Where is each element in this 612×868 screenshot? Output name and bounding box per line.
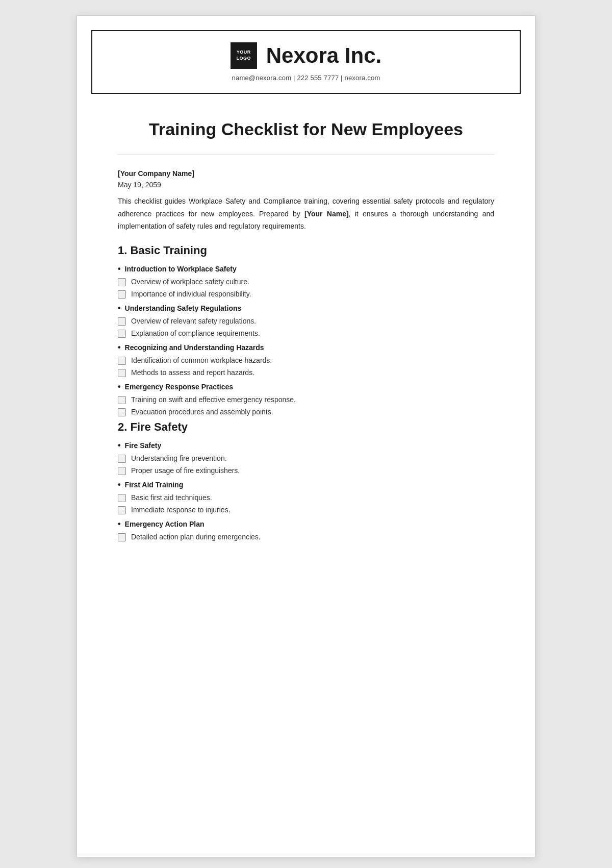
checkbox[interactable] <box>118 369 126 377</box>
checklist-item-label: Detailed action plan during emergencies. <box>131 533 261 541</box>
subsection: Introduction to Workplace SafetyOverview… <box>118 264 494 299</box>
checklist-item: Explanation of compliance requirements. <box>118 329 494 338</box>
subsection: Understanding Safety RegulationsOverview… <box>118 304 494 338</box>
checklist-item: Overview of relevant safety regulations. <box>118 317 494 326</box>
checklist-item: Proper usage of fire extinguishers. <box>118 466 494 475</box>
checkbox[interactable] <box>118 278 126 286</box>
subsection: Fire SafetyUnderstanding fire prevention… <box>118 441 494 475</box>
checklist-item: Training on swift and effective emergenc… <box>118 395 494 404</box>
subsection-title: Understanding Safety Regulations <box>118 304 494 313</box>
checklist-item-label: Proper usage of fire extinguishers. <box>131 466 240 475</box>
section-2: 2. Fire SafetyFire SafetyUnderstanding f… <box>118 420 494 541</box>
checkbox[interactable] <box>118 533 126 541</box>
intro-bold: [Your Name] <box>304 210 349 218</box>
checkbox[interactable] <box>118 408 126 416</box>
checklist-item-label: Overview of relevant safety regulations. <box>131 317 256 325</box>
document-title: Training Checklist for New Employees <box>118 119 494 139</box>
section-1-heading: 1. Basic Training <box>118 244 494 257</box>
header-top: YOURLOGO Nexora Inc. <box>231 42 381 69</box>
checkbox[interactable] <box>118 494 126 502</box>
checklist-item: Understanding fire prevention. <box>118 454 494 463</box>
checklist-item: Overview of workplace safety culture. <box>118 278 494 286</box>
checkbox[interactable] <box>118 357 126 365</box>
subsection-title: Introduction to Workplace Safety <box>118 264 494 274</box>
checkbox[interactable] <box>118 467 126 475</box>
checklist-item: Evacuation procedures and assembly point… <box>118 408 494 416</box>
checkbox[interactable] <box>118 290 126 299</box>
section-1: 1. Basic TrainingIntroduction to Workpla… <box>118 244 494 416</box>
checklist-item-label: Importance of individual responsibility. <box>131 290 251 298</box>
logo-text: YOURLOGO <box>237 49 251 61</box>
sections-container: 1. Basic TrainingIntroduction to Workpla… <box>118 244 494 541</box>
checklist-item-label: Evacuation procedures and assembly point… <box>131 408 273 416</box>
logo-box: YOURLOGO <box>231 42 257 69</box>
meta-company: [Your Company Name] <box>118 169 494 178</box>
subsection-title: Emergency Response Practices <box>118 382 494 391</box>
meta-date: May 19, 2059 <box>118 181 494 189</box>
checklist-item-label: Overview of workplace safety culture. <box>131 278 249 286</box>
checklist-item-label: Basic first aid techniques. <box>131 493 212 502</box>
checkbox[interactable] <box>118 506 126 514</box>
checklist-item-label: Immediate response to injuries. <box>131 506 231 514</box>
checkbox[interactable] <box>118 396 126 404</box>
subsection-title: Emergency Action Plan <box>118 519 494 529</box>
main-content: Training Checklist for New Employees [Yo… <box>77 94 535 571</box>
checkbox[interactable] <box>118 330 126 338</box>
checklist-item-label: Understanding fire prevention. <box>131 454 227 462</box>
title-divider <box>118 155 494 155</box>
header-contact: name@nexora.com | 222 555 7777 | nexora.… <box>232 74 380 82</box>
checklist-item: Methods to assess and report hazards. <box>118 368 494 377</box>
checklist-item: Importance of individual responsibility. <box>118 290 494 299</box>
checklist-item: Basic first aid techniques. <box>118 493 494 502</box>
checklist-item-label: Explanation of compliance requirements. <box>131 329 260 337</box>
subsection-title: Recognizing and Understanding Hazards <box>118 343 494 352</box>
subsection-title: Fire Safety <box>118 441 494 450</box>
subsection: Emergency Response PracticesTraining on … <box>118 382 494 416</box>
section-2-heading: 2. Fire Safety <box>118 420 494 434</box>
checklist-item-label: Methods to assess and report hazards. <box>131 368 254 377</box>
checklist-item: Identification of common workplace hazar… <box>118 356 494 365</box>
header: YOURLOGO Nexora Inc. name@nexora.com | 2… <box>91 30 521 94</box>
subsection: Recognizing and Understanding HazardsIde… <box>118 343 494 377</box>
subsection-title: First Aid Training <box>118 480 494 489</box>
intro-paragraph: This checklist guides Workplace Safety a… <box>118 195 494 233</box>
checklist-item: Immediate response to injuries. <box>118 506 494 514</box>
company-name: Nexora Inc. <box>266 43 381 68</box>
checklist-item-label: Identification of common workplace hazar… <box>131 356 272 364</box>
checkbox[interactable] <box>118 317 126 326</box>
subsection: Emergency Action PlanDetailed action pla… <box>118 519 494 541</box>
subsection: First Aid TrainingBasic first aid techni… <box>118 480 494 514</box>
checklist-item-label: Training on swift and effective emergenc… <box>131 395 296 404</box>
checklist-item: Detailed action plan during emergencies. <box>118 533 494 541</box>
page: YOURLOGO Nexora Inc. name@nexora.com | 2… <box>76 15 536 857</box>
checkbox[interactable] <box>118 455 126 463</box>
